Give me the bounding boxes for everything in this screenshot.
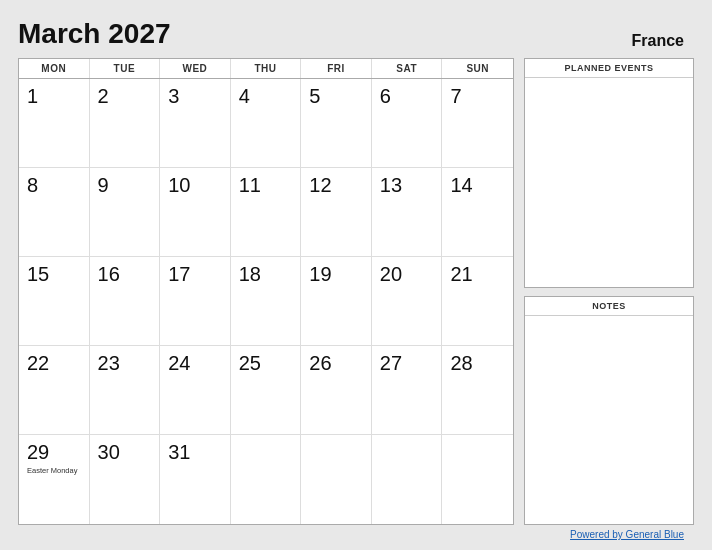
day-cell: 13 xyxy=(372,168,443,257)
day-number: 16 xyxy=(98,263,152,286)
day-cell: 8 xyxy=(19,168,90,257)
day-cell: 1 xyxy=(19,79,90,168)
day-number: 9 xyxy=(98,174,152,197)
header: March 2027 France xyxy=(18,18,694,50)
day-cell: 2 xyxy=(90,79,161,168)
day-number: 3 xyxy=(168,85,222,108)
day-number: 25 xyxy=(239,352,293,375)
day-headers: MONTUEWEDTHUFRISATSUN xyxy=(19,59,513,79)
powered-by-link[interactable]: Powered by General Blue xyxy=(570,529,684,540)
day-cell: 21 xyxy=(442,257,513,346)
day-header-fri: FRI xyxy=(301,59,372,78)
day-number: 27 xyxy=(380,352,434,375)
day-number: 31 xyxy=(168,441,222,464)
day-cell: 6 xyxy=(372,79,443,168)
day-cell: 22 xyxy=(19,346,90,435)
planned-events-title: PLANNED EVENTS xyxy=(525,59,693,78)
day-cell: 19 xyxy=(301,257,372,346)
day-number: 1 xyxy=(27,85,81,108)
planned-events-box: PLANNED EVENTS xyxy=(524,58,694,288)
day-number: 7 xyxy=(450,85,505,108)
day-number: 8 xyxy=(27,174,81,197)
day-cell: 10 xyxy=(160,168,231,257)
day-number: 4 xyxy=(239,85,293,108)
page: March 2027 France MONTUEWEDTHUFRISATSUN … xyxy=(0,0,712,550)
day-cell: 7 xyxy=(442,79,513,168)
day-cell: 9 xyxy=(90,168,161,257)
day-number: 29 xyxy=(27,441,81,464)
day-cell: 17 xyxy=(160,257,231,346)
day-number: 6 xyxy=(380,85,434,108)
month-title: March 2027 xyxy=(18,18,171,50)
calendar-grid: 1234567891011121314151617181920212223242… xyxy=(19,79,513,524)
day-number: 12 xyxy=(309,174,363,197)
day-cell: 27 xyxy=(372,346,443,435)
day-number: 22 xyxy=(27,352,81,375)
day-number: 13 xyxy=(380,174,434,197)
day-header-mon: MON xyxy=(19,59,90,78)
day-number: 26 xyxy=(309,352,363,375)
country-label: France xyxy=(632,32,694,50)
day-number: 14 xyxy=(450,174,505,197)
day-event: Easter Monday xyxy=(27,466,81,475)
day-cell xyxy=(372,435,443,524)
day-number: 28 xyxy=(450,352,505,375)
planned-events-content xyxy=(525,78,693,287)
day-number: 19 xyxy=(309,263,363,286)
day-number: 30 xyxy=(98,441,152,464)
main-content: MONTUEWEDTHUFRISATSUN 123456789101112131… xyxy=(18,58,694,525)
day-number: 21 xyxy=(450,263,505,286)
day-header-sun: SUN xyxy=(442,59,513,78)
day-cell: 28 xyxy=(442,346,513,435)
day-number: 2 xyxy=(98,85,152,108)
day-cell xyxy=(442,435,513,524)
footer: Powered by General Blue xyxy=(18,525,694,540)
day-cell: 14 xyxy=(442,168,513,257)
day-cell: 16 xyxy=(90,257,161,346)
sidebar: PLANNED EVENTS NOTES xyxy=(524,58,694,525)
day-cell: 4 xyxy=(231,79,302,168)
day-cell: 31 xyxy=(160,435,231,524)
day-cell: 29Easter Monday xyxy=(19,435,90,524)
day-cell: 3 xyxy=(160,79,231,168)
day-number: 17 xyxy=(168,263,222,286)
day-cell: 12 xyxy=(301,168,372,257)
day-cell: 23 xyxy=(90,346,161,435)
day-cell: 5 xyxy=(301,79,372,168)
day-header-tue: TUE xyxy=(90,59,161,78)
day-cell: 20 xyxy=(372,257,443,346)
day-number: 18 xyxy=(239,263,293,286)
day-number: 24 xyxy=(168,352,222,375)
day-number: 5 xyxy=(309,85,363,108)
day-number: 10 xyxy=(168,174,222,197)
notes-title: NOTES xyxy=(525,297,693,316)
day-cell: 30 xyxy=(90,435,161,524)
day-cell: 24 xyxy=(160,346,231,435)
day-header-sat: SAT xyxy=(372,59,443,78)
day-cell: 25 xyxy=(231,346,302,435)
day-cell: 11 xyxy=(231,168,302,257)
calendar: MONTUEWEDTHUFRISATSUN 123456789101112131… xyxy=(18,58,514,525)
day-number: 20 xyxy=(380,263,434,286)
day-number: 11 xyxy=(239,174,293,197)
day-number: 23 xyxy=(98,352,152,375)
day-cell xyxy=(231,435,302,524)
day-header-wed: WED xyxy=(160,59,231,78)
day-header-thu: THU xyxy=(231,59,302,78)
day-cell: 26 xyxy=(301,346,372,435)
day-number: 15 xyxy=(27,263,81,286)
notes-box: NOTES xyxy=(524,296,694,526)
day-cell: 18 xyxy=(231,257,302,346)
day-cell: 15 xyxy=(19,257,90,346)
notes-content xyxy=(525,316,693,525)
day-cell xyxy=(301,435,372,524)
